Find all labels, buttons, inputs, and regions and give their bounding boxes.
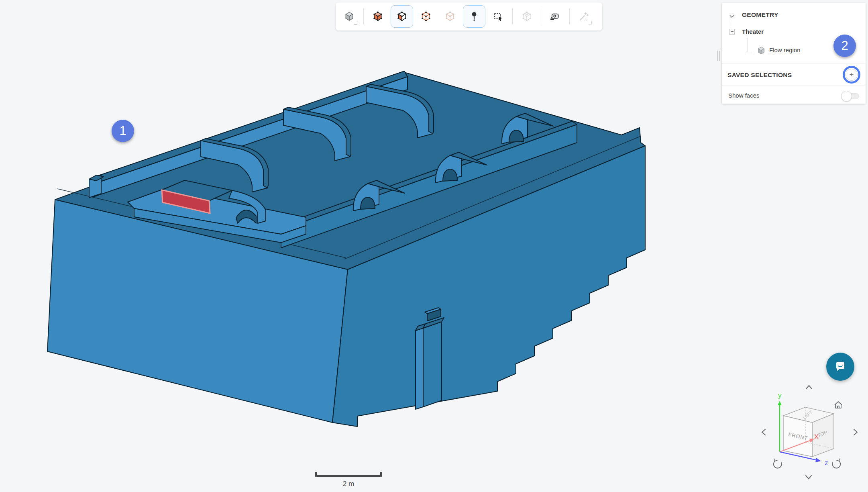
toolbar-separator: [363, 8, 364, 24]
edge-select-button[interactable]: [415, 5, 437, 28]
box-select-icon: [493, 11, 504, 22]
step-badge-1-number: 1: [119, 124, 126, 138]
vertex-select-button[interactable]: [439, 5, 461, 28]
show-faces-label: Show faces: [728, 92, 760, 99]
chevron-down-icon[interactable]: [728, 13, 736, 20]
mesh-select-button[interactable]: [516, 5, 538, 28]
edge-cube-icon: [420, 11, 432, 22]
mesh-cube-icon: [521, 11, 532, 22]
axis-x-label: X: [814, 433, 819, 441]
plus-icon: +: [846, 69, 858, 81]
step-badge-1[interactable]: 1: [112, 120, 134, 142]
vertex-cube-icon: [444, 11, 456, 22]
tree-item-flow-region[interactable]: Flow region: [769, 47, 801, 53]
rotate-right-arrow[interactable]: [854, 429, 857, 435]
toggle-knob[interactable]: [841, 91, 852, 102]
rotate-down-arrow[interactable]: [806, 476, 811, 479]
home-view-icon[interactable]: [835, 402, 842, 408]
measure-tool-button[interactable]: [544, 5, 566, 28]
scale-bar: 2 m: [315, 471, 382, 488]
roll-ccw-icon[interactable]: [774, 461, 782, 468]
chat-bubble-icon: [832, 359, 848, 375]
box-select-button[interactable]: [487, 5, 509, 28]
viewport-toolbar: AI: [336, 2, 602, 31]
probe-point-button[interactable]: [463, 5, 485, 28]
add-saved-selection-button[interactable]: +: [843, 66, 860, 84]
volume-cube-icon: [372, 11, 383, 22]
toolbar-separator: [541, 8, 541, 24]
geometry-header[interactable]: GEOMETRY: [742, 11, 778, 18]
collapse-node-icon[interactable]: [729, 29, 735, 35]
volume-select-button[interactable]: [367, 5, 389, 28]
support-chat-button[interactable]: [826, 353, 854, 381]
face-cube-icon: [396, 11, 408, 22]
probe-pin-icon: [469, 11, 480, 22]
svg-text:AI: AI: [584, 18, 587, 22]
scale-bar-label: 2 m: [315, 480, 382, 488]
face-select-button[interactable]: [391, 5, 413, 28]
ai-assistant-button[interactable]: AI: [573, 5, 595, 28]
cube-icon: [756, 46, 766, 55]
scale-bar-line: [315, 475, 382, 477]
toolbar-separator: [512, 8, 513, 24]
step-badge-2[interactable]: 2: [833, 35, 856, 57]
show-faces-toggle[interactable]: [842, 93, 859, 99]
tape-measure-icon: [550, 11, 561, 22]
axis-z-label: z: [825, 459, 828, 467]
rotate-left-arrow[interactable]: [762, 429, 765, 435]
step-badge-2-number: 2: [841, 39, 848, 53]
viewport-canvas[interactable]: AI 1 2 GEOMETRY Theater Flow region SAVE…: [0, 0, 868, 492]
rotate-up-arrow[interactable]: [806, 386, 812, 389]
door-pillar[interactable]: [416, 318, 444, 409]
saved-selections-header[interactable]: SAVED SELECTIONS: [727, 71, 792, 79]
panel-resize-handle[interactable]: [717, 51, 720, 61]
solid-body-select-button[interactable]: [338, 5, 361, 28]
axis-y-label: y: [778, 392, 782, 399]
panel-divider: [722, 63, 866, 63]
solid-cube-icon: [344, 11, 355, 22]
tree-connector: [748, 38, 752, 52]
panel-divider: [722, 86, 866, 86]
roll-cw-icon[interactable]: [832, 461, 840, 468]
tree-item-theater[interactable]: Theater: [742, 28, 764, 35]
toolbar-separator: [569, 8, 570, 24]
tree-connector: [732, 22, 732, 28]
ai-wand-icon: AI: [578, 11, 589, 22]
view-cube-widget[interactable]: FRONT TOP LEFT y X z: [754, 380, 860, 484]
